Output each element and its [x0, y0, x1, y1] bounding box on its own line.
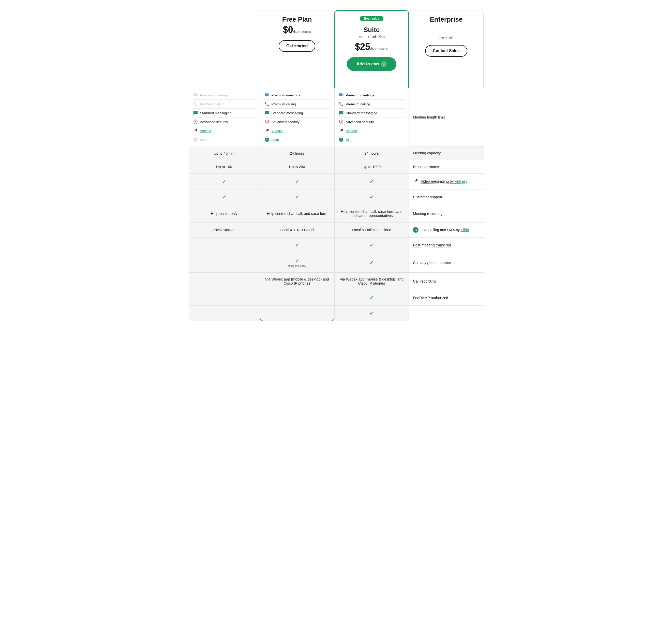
checkmark-fedramp-enterprise: ✓	[369, 310, 374, 316]
suite-features-col: Premium meetings Premium calling Standar…	[260, 88, 334, 146]
slido-link-suite[interactable]: Slido	[271, 138, 279, 142]
security-icon-suite	[264, 119, 269, 124]
row-call-label: Call any phone number	[409, 253, 483, 273]
row-slido-free	[189, 237, 260, 253]
calling-icon-free	[193, 101, 198, 107]
free-feature-messaging: Standard messaging	[193, 109, 256, 117]
cart-icon: 🛒	[381, 61, 387, 67]
row-call-free	[189, 273, 260, 290]
pricing-page: Free Plan $0/license/mo Get started Best…	[184, 0, 489, 331]
row-breakout-free: ✓	[189, 174, 260, 189]
enterprise-feature-meetings: Premium meetings	[339, 91, 405, 100]
free-features-col: Premium meetings Premium calling Standar…	[189, 88, 260, 146]
suite-price-unit: /license/mo	[370, 47, 388, 51]
vidcast-icon-enterprise	[339, 128, 344, 133]
free-plan-name: Free Plan	[264, 16, 330, 23]
row-vidcast-label: Video messaging by Vidcast	[409, 174, 483, 189]
row-recording-label: Meeting recording	[409, 205, 483, 222]
row-meeting-capacity-free: Up to 100	[189, 160, 260, 174]
free-plan-price: $0/license/mo	[264, 24, 330, 35]
svg-point-22	[416, 179, 417, 181]
svg-point-18	[341, 129, 343, 131]
row-call-recording-free	[189, 290, 260, 306]
row-vidcast-suite: ✓	[260, 189, 334, 205]
suite-feature-messaging: Standard messaging	[264, 109, 330, 117]
pricing-table: Free Plan $0/license/mo Get started Best…	[189, 10, 484, 321]
row-breakout-suite: ✓	[260, 174, 334, 189]
row-recording-free: Local Storage	[189, 222, 260, 237]
checkmark-breakout-suite: ✓	[295, 179, 299, 185]
suite-plan-subtitle: Meet + Call Plan	[339, 35, 404, 39]
enterprise-plan-header: Enterprise Let's talk Contact Sales	[409, 10, 483, 88]
slido-link-enterprise[interactable]: Slido	[346, 138, 354, 142]
enterprise-cta-button[interactable]: Contact Sales	[425, 45, 467, 57]
enterprise-plan-name: Enterprise	[413, 16, 479, 23]
suite-feature-vidcast: Vidcast	[264, 126, 330, 135]
checkmark-breakout-free: ✓	[222, 179, 226, 185]
row-meeting-length-enterprise: 24 hours	[334, 146, 409, 160]
row-breakout-enterprise: ✓	[334, 174, 409, 189]
free-cta-button[interactable]: Get started	[279, 40, 315, 52]
row-transcript-label: Post-meeting transcript	[409, 237, 483, 253]
enterprise-price-talk: Let's talk	[413, 36, 479, 40]
enterprise-feature-vidcast: Vidcast	[339, 126, 405, 135]
vidcast-link-suite[interactable]: Vidcast	[271, 129, 283, 133]
checkmark-slido-suite: ✓	[295, 242, 299, 248]
best-value-badge: Best value	[360, 16, 383, 21]
row-meeting-length-label: Meeting length limit	[409, 88, 483, 146]
vidcast-link-enterprise[interactable]: Vidcast	[346, 129, 357, 133]
messaging-icon-enterprise	[339, 110, 344, 115]
suite-plan-price: $25/license/mo	[339, 42, 404, 52]
row-support-label: Customer support	[409, 189, 483, 205]
row-transcript-suite: ✓ *English Only	[260, 253, 334, 273]
calling-icon-enterprise	[339, 101, 344, 107]
header-feature-col	[189, 10, 260, 88]
svg-point-2	[195, 121, 196, 122]
vidcast-link-free[interactable]: Vidcast	[200, 129, 211, 133]
row-support-enterprise: Help center, chat, call, case form, and …	[334, 205, 409, 222]
free-feature-vidcast: Vidcast	[193, 126, 256, 135]
row-meeting-capacity-label: Meeting capacity	[409, 146, 483, 160]
svg-text:S: S	[195, 138, 196, 141]
enterprise-features-col: Premium meetings Premium calling Standar…	[334, 88, 409, 146]
free-price-amount: $0	[283, 24, 293, 35]
svg-text:S: S	[266, 138, 268, 141]
meetings-icon-suite	[264, 93, 269, 98]
row-call-recording-label: Call recording	[409, 273, 483, 290]
calling-icon-suite	[264, 101, 269, 107]
row-fedramp-label: FedRAMP authorized	[409, 290, 483, 306]
row-fedramp-suite	[260, 306, 334, 321]
suite-cta-button[interactable]: Add to cart 🛒	[347, 57, 397, 71]
transcript-suite-note: *English Only	[288, 264, 306, 268]
svg-point-9	[266, 121, 267, 122]
vidcast-icon-free	[193, 128, 198, 133]
row-recording-enterprise: Local & Unlimited Cloud	[334, 222, 409, 237]
checkmark-breakout-enterprise: ✓	[369, 179, 374, 185]
row-slido-enterprise: ✓	[334, 237, 409, 253]
row-transcript-free	[189, 253, 260, 273]
row-transcript-enterprise: ✓	[334, 253, 409, 273]
vidcast-icon-suite	[264, 128, 269, 133]
row-support-suite: Help center, chat, call, and case form	[260, 205, 334, 222]
svg-point-4	[195, 129, 197, 131]
checkmark-vidcast-suite: ✓	[295, 194, 299, 200]
free-feature-slido: S Slido	[193, 135, 256, 144]
svg-text:S: S	[340, 138, 342, 141]
svg-point-16	[341, 121, 341, 122]
free-feature-calling: Premium calling	[193, 100, 256, 109]
enterprise-feature-security: Advanced security	[339, 117, 405, 126]
row-recording-suite: Local & 10GB Cloud	[260, 222, 334, 237]
svg-rect-7	[265, 93, 268, 96]
suite-plan-header: Best value Suite Meet + Call Plan $25/li…	[334, 10, 409, 88]
checkmark-call-recording-enterprise: ✓	[369, 295, 374, 301]
checkmark-transcript-enterprise: ✓	[369, 260, 374, 266]
meetings-icon	[193, 93, 198, 98]
suite-price-amount: $25	[355, 42, 370, 52]
free-plan-header: Free Plan $0/license/mo Get started	[260, 10, 334, 88]
row-vidcast-free: ✓	[189, 189, 260, 205]
row-call-suite: Via Webex app (mobile & desktop) and Cis…	[260, 273, 334, 290]
enterprise-feature-slido: S Slido	[339, 135, 405, 144]
messaging-icon-suite	[264, 110, 269, 115]
suite-plan-name: Suite	[339, 26, 404, 34]
row-meeting-capacity-suite: Up to 200	[260, 160, 334, 174]
